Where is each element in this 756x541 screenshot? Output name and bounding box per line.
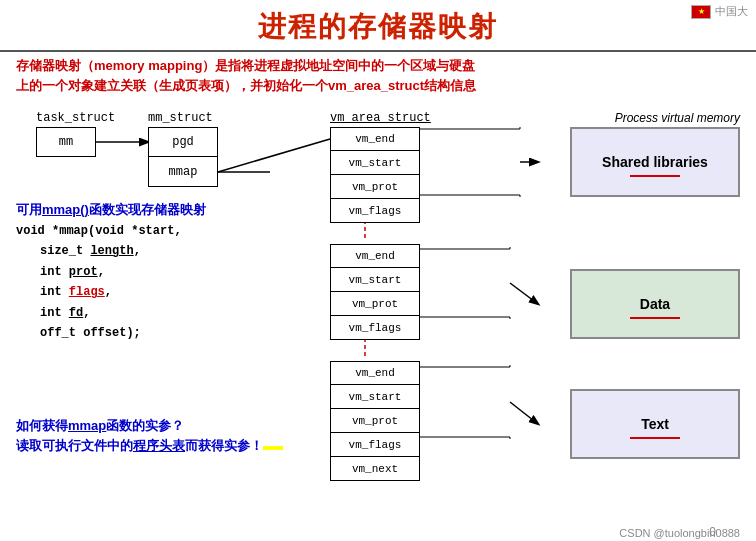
mm-struct-pgd: pgd [148,127,218,157]
mmap-sig6: off_t offset); [40,323,206,343]
mm-struct-mmap: mmap [148,157,218,187]
bottom-q1: 如何获得mmap函数的实参？ [16,417,184,435]
logo-text: 中国大 [715,4,748,19]
mmap-sig3: int prot, [40,262,206,282]
page-title: 进程的存储器映射 [0,0,756,50]
vm-flags-mid: vm_flags [330,316,420,340]
footer: CSDN @tuolongbin0888 [619,527,740,539]
svg-line-17 [510,402,538,424]
desc-bold: 存储器映射（memory mapping）是指将进程虚拟地址空间中的一个区域与硬… [16,58,475,73]
logo-flag: ★ [691,5,711,19]
logo: ★ 中国大 [691,4,748,19]
vm-end-bot: vm_end [330,361,420,385]
mmap-sig2: size_t length, [40,241,206,261]
text-underline [630,437,680,439]
task-struct-mm: mm [36,127,96,157]
vm-start-top: vm_start [330,151,420,175]
vm-block-text: Text [570,389,740,459]
mmap-sig4: int flags, [40,282,206,302]
mmap-sig1: void *mmap(void *start, [16,221,206,241]
vm-next-bot: vm_next [330,457,420,481]
text-label: Text [641,416,669,432]
vm-end-mid: vm_end [330,244,420,268]
slide: ★ 中国大 进程的存储器映射 存储器映射（memory mapping）是指将进… [0,0,756,541]
vm-prot-mid: vm_prot [330,292,420,316]
mmap-intro: 可用mmap()函数实现存储器映射 [16,199,206,221]
footer-text: CSDN @tuolongbin0888 [619,527,740,539]
data-underline [630,317,680,319]
pvm-label: Process virtual memory [615,111,740,125]
page-number: 0 [709,525,716,539]
vm-prot-top: vm_prot [330,175,420,199]
mm-struct-label: mm_struct [148,111,213,125]
vm-area-struct-label: vm_area_struct [330,111,431,125]
left-code: 可用mmap()函数实现存储器映射 void *mmap(void *start… [16,199,206,343]
shared-label: Shared libraries [602,154,708,170]
vm-flags-bot: vm_flags [330,433,420,457]
vm-prot-bot: vm_prot [330,409,420,433]
data-label: Data [640,296,670,312]
mmap-sig5: int fd, [40,303,206,323]
vm-start-mid: vm_start [330,268,420,292]
task-struct-label: task_struct [36,111,115,125]
desc-bold2: 上的一个对象建立关联（生成页表项），并初始化一个vm_area_struct结构… [16,78,476,93]
svg-line-1 [218,139,330,172]
bottom-q2: 读取可执行文件中的程序头表而获得实参！ [16,437,283,455]
svg-line-12 [510,283,538,304]
vm-flags-top: vm_flags [330,199,420,223]
vm-end-top: vm_end [330,127,420,151]
shared-underline [630,175,680,177]
vm-start-bot: vm_start [330,385,420,409]
vm-block-shared: Shared libraries [570,127,740,197]
diagram-area: task_struct mm mm_struct pgd mmap vm_are… [0,99,756,489]
description: 存储器映射（memory mapping）是指将进程虚拟地址空间中的一个区域与硬… [0,50,756,99]
vm-block-data: Data [570,269,740,339]
